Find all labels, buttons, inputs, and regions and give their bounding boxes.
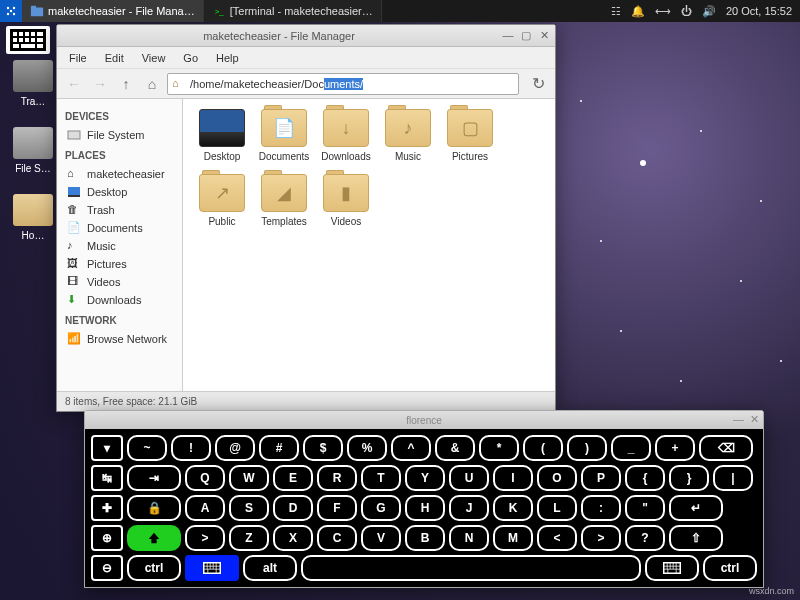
key-alt[interactable]: alt [243,555,297,581]
key-![interactable]: ! [171,435,211,461]
key-✚[interactable]: ✚ [91,495,123,521]
key-X[interactable]: X [273,525,313,551]
sidebar-item-trash[interactable]: 🗑Trash [65,201,174,219]
maximize-button[interactable]: ▢ [519,29,533,43]
up-button[interactable]: ↑ [115,73,137,95]
key-L[interactable]: L [537,495,577,521]
menu-go[interactable]: Go [175,50,206,66]
sidebar-item-videos[interactable]: 🎞Videos [65,273,174,291]
whisker-menu[interactable] [0,0,22,22]
kbd-close[interactable]: ✕ [750,413,759,426]
key-⊕[interactable]: ⊕ [91,525,123,551]
key-E[interactable]: E [273,465,313,491]
key-W[interactable]: W [229,465,269,491]
menu-help[interactable]: Help [208,50,247,66]
key-&[interactable]: & [435,435,475,461]
key-V[interactable]: V [361,525,401,551]
sidebar-item-home[interactable]: ⌂maketecheasier [65,165,174,183]
sidebar-item-network[interactable]: 📶Browse Network [65,330,174,348]
key-space[interactable] [301,555,641,581]
key-⌨[interactable] [645,555,699,581]
sidebar-item-desktop[interactable]: Desktop [65,183,174,201]
notifications-icon[interactable]: 🔔 [631,5,645,18]
minimize-button[interactable]: — [501,29,515,43]
onscreen-keyboard-launcher-icon[interactable] [6,26,50,54]
folder-templates[interactable]: ◢Templates [255,174,313,227]
back-button[interactable]: ← [63,73,85,95]
key-N[interactable]: N [449,525,489,551]
close-button[interactable]: ✕ [537,29,551,43]
refresh-button[interactable]: ↻ [527,73,549,95]
key-⊖[interactable]: ⊖ [91,555,123,581]
key-"[interactable]: " [625,495,665,521]
key-~[interactable]: ~ [127,435,167,461]
key-H[interactable]: H [405,495,445,521]
folder-videos[interactable]: ▮Videos [317,174,375,227]
key-🔒[interactable]: 🔒 [127,495,181,521]
forward-button[interactable]: → [89,73,111,95]
folder-pictures[interactable]: ▢Pictures [441,109,499,162]
key-⌫[interactable]: ⌫ [699,435,753,461]
desktop-icon-trash[interactable]: Tra… [8,60,58,107]
folder-public[interactable]: ↗Public [193,174,251,227]
sidebar-item-pictures[interactable]: 🖼Pictures [65,255,174,273]
key-}[interactable]: } [669,465,709,491]
menu-view[interactable]: View [134,50,174,66]
clock[interactable]: 20 Oct, 15:52 [726,5,792,17]
key-|[interactable]: | [713,465,753,491]
apps-tray-icon[interactable]: ☷ [611,5,621,18]
key-⇥[interactable]: ⇥ [127,465,181,491]
key-B[interactable]: B [405,525,445,551]
key-K[interactable]: K [493,495,533,521]
titlebar[interactable]: maketecheasier - File Manager — ▢ ✕ [57,25,555,47]
key-J[interactable]: J [449,495,489,521]
power-icon[interactable]: ⏻ [681,5,692,17]
key-D[interactable]: D [273,495,313,521]
key-⇧[interactable]: ⇧ [669,525,723,551]
taskbar-button-terminal[interactable]: >_ [Terminal - maketecheasier… [204,0,382,22]
key-<[interactable]: < [537,525,577,551]
key-I[interactable]: I [493,465,533,491]
key-_[interactable]: _ [611,435,651,461]
folder-desktop[interactable]: Desktop [193,109,251,162]
sidebar-item-music[interactable]: ♪Music [65,237,174,255]
key-↹[interactable]: ↹ [91,465,123,491]
key-U[interactable]: U [449,465,489,491]
key-#[interactable]: # [259,435,299,461]
key-?[interactable]: ? [625,525,665,551]
key-ctrl[interactable]: ctrl [703,555,757,581]
volume-icon[interactable]: 🔊 [702,5,716,18]
key-M[interactable]: M [493,525,533,551]
key-+[interactable]: + [655,435,695,461]
key-G[interactable]: G [361,495,401,521]
sidebar-item-downloads[interactable]: ⬇Downloads [65,291,174,309]
key-^[interactable]: ^ [391,435,431,461]
key-:[interactable]: : [581,495,621,521]
menu-file[interactable]: File [61,50,95,66]
key-S[interactable]: S [229,495,269,521]
desktop-icon-filesystem[interactable]: File S… [8,127,58,174]
key-C[interactable]: C [317,525,357,551]
folder-view[interactable]: Desktop📄Documents↓Downloads♪Music▢Pictur… [183,99,555,391]
sidebar-item-filesystem[interactable]: File System [65,126,174,144]
kbd-minimize[interactable]: — [733,413,744,426]
key-⌨[interactable] [185,555,239,581]
key-Z[interactable]: Z [229,525,269,551]
folder-downloads[interactable]: ↓Downloads [317,109,375,162]
key->[interactable]: > [185,525,225,551]
menu-edit[interactable]: Edit [97,50,132,66]
key-$[interactable]: $ [303,435,343,461]
folder-music[interactable]: ♪Music [379,109,437,162]
home-button[interactable]: ⌂ [141,73,163,95]
key-%[interactable]: % [347,435,387,461]
key-{[interactable]: { [625,465,665,491]
key-Q[interactable]: Q [185,465,225,491]
key-([interactable]: ( [523,435,563,461]
key-ctrl[interactable]: ctrl [127,555,181,581]
key-P[interactable]: P [581,465,621,491]
key-T[interactable]: T [361,465,401,491]
keyboard-titlebar[interactable]: florence —✕ [85,411,763,429]
network-icon[interactable]: ⟷ [655,5,671,18]
key-*[interactable]: * [479,435,519,461]
location-bar[interactable]: ⌂ /home/maketecheasier/Documents/ [167,73,519,95]
